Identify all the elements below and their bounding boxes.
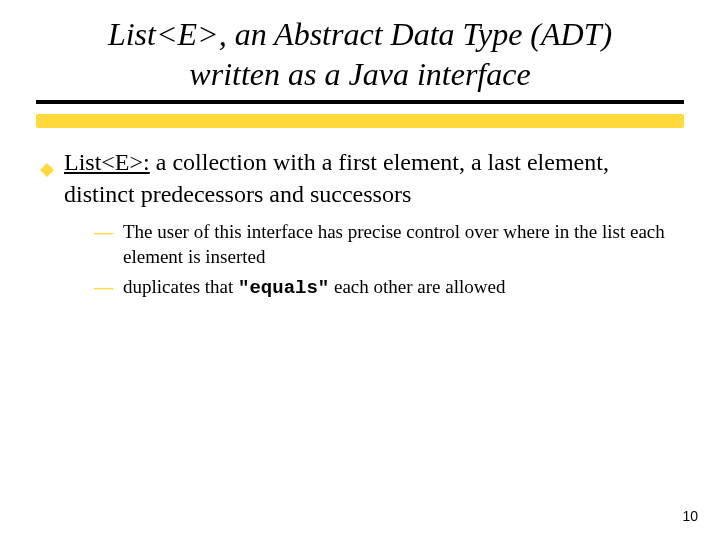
slide-title: List<E>, an Abstract Data Type (ADT) wri…	[36, 14, 684, 94]
sub-bullet-list: — The user of this interface has precise…	[94, 219, 684, 302]
sub-bullet-prefix: duplicates that	[123, 276, 238, 297]
highlight-bar	[36, 114, 684, 128]
page-number: 10	[682, 508, 698, 524]
dash-bullet-icon: —	[94, 219, 113, 270]
dash-bullet-icon: —	[94, 274, 113, 302]
code-literal: "equals"	[238, 277, 329, 299]
sub-bullet: — duplicates that "equals" each other ar…	[94, 274, 684, 302]
diamond-bullet-icon	[40, 156, 54, 170]
title-underline	[36, 100, 684, 104]
main-bullet: List<E>: a collection with a first eleme…	[40, 146, 684, 211]
title-line-1: List<E>, an Abstract Data Type (ADT)	[108, 16, 612, 52]
sub-bullet-text: duplicates that "equals" each other are …	[123, 274, 505, 302]
sub-bullet-text: The user of this interface has precise c…	[123, 219, 684, 270]
title-line-2: written as a Java interface	[189, 56, 530, 92]
main-bullet-text: List<E>: a collection with a first eleme…	[64, 146, 684, 211]
defined-term: List<E>:	[64, 149, 150, 175]
sub-bullet-suffix: each other are allowed	[329, 276, 505, 297]
slide-container: List<E>, an Abstract Data Type (ADT) wri…	[0, 0, 720, 302]
sub-bullet: — The user of this interface has precise…	[94, 219, 684, 270]
